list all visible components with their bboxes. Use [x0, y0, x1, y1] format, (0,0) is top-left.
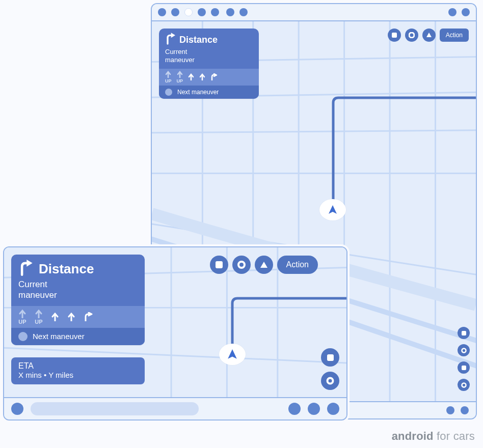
map-button-circle-icon[interactable]	[405, 29, 418, 42]
nav-dot	[446, 406, 454, 414]
navigation-card: Distance Current maneuver UP UP Next man…	[159, 29, 259, 99]
bar-dot	[11, 403, 23, 415]
svg-marker-31	[260, 262, 267, 268]
svg-point-19	[462, 348, 466, 352]
svg-rect-14	[392, 33, 397, 38]
map-side-controls	[321, 348, 339, 390]
status-dot	[158, 8, 166, 16]
map-control-square-icon[interactable]	[321, 348, 339, 367]
map-toolbar: Action	[388, 29, 469, 42]
action-button[interactable]: Action	[277, 256, 318, 274]
current-location-marker	[219, 344, 246, 365]
status-dot	[226, 8, 234, 16]
turn-right-icon	[18, 260, 33, 278]
status-dot	[462, 8, 470, 16]
distance-label: Distance	[179, 35, 218, 45]
map-control-ring-icon[interactable]	[458, 344, 470, 356]
status-dot-active	[184, 8, 193, 16]
map-control-ring-icon[interactable]	[321, 372, 339, 390]
next-maneuver-label: Next maneuver	[177, 89, 219, 96]
svg-rect-20	[462, 366, 466, 370]
svg-rect-29	[216, 261, 223, 268]
svg-point-30	[238, 262, 245, 268]
svg-point-15	[409, 33, 414, 38]
current-maneuver-label: Current maneuver	[159, 48, 259, 69]
map-button-square-icon[interactable]	[210, 256, 228, 274]
map-button-square-icon[interactable]	[388, 29, 401, 42]
bar-pill	[31, 402, 199, 415]
bar-dot	[308, 403, 320, 415]
svg-marker-32	[228, 349, 237, 359]
map-button-triangle-icon[interactable]	[422, 29, 436, 42]
svg-rect-33	[327, 354, 334, 361]
nav-dot	[461, 406, 469, 414]
status-dot	[211, 8, 219, 16]
svg-marker-17	[329, 205, 337, 214]
eta-title: ETA	[18, 361, 138, 371]
next-maneuver-row: Next maneuver	[11, 328, 145, 345]
lane-guidance: UP UP	[11, 306, 145, 328]
map-toolbar: Action	[210, 256, 318, 274]
eta-card: ETA X mins • Y miles	[11, 357, 145, 384]
map-canvas[interactable]: Action Distance Current maneuver UP	[4, 247, 346, 397]
action-button[interactable]: Action	[440, 29, 469, 42]
map-control-square-icon[interactable]	[458, 327, 470, 339]
next-maneuver-label: Next maneuver	[33, 332, 85, 341]
watermark: android for cars	[392, 430, 475, 443]
bar-dot	[288, 403, 301, 415]
next-maneuver-icon	[18, 332, 28, 341]
svg-point-34	[328, 378, 333, 384]
current-location-marker	[319, 199, 346, 220]
device-landscape: Action Distance Current maneuver UP	[3, 246, 347, 421]
map-side-controls	[458, 327, 470, 391]
next-maneuver-row: Next maneuver	[159, 86, 259, 99]
bar-dot	[327, 403, 339, 415]
status-dot	[239, 8, 248, 16]
map-button-triangle-icon[interactable]	[255, 256, 273, 274]
distance-label: Distance	[39, 261, 94, 277]
map-control-square-icon[interactable]	[458, 361, 470, 374]
navigation-card: Distance Current maneuver UP UP Next man…	[11, 255, 145, 345]
status-dot	[448, 8, 457, 16]
status-bar	[152, 4, 476, 21]
svg-point-21	[462, 383, 466, 387]
bottom-system-bar	[4, 397, 346, 419]
current-maneuver-label: Current maneuver	[11, 279, 145, 306]
status-dot	[198, 8, 206, 16]
status-dot	[171, 8, 179, 16]
lane-guidance: UP UP	[159, 69, 259, 86]
map-control-ring-icon[interactable]	[458, 379, 470, 391]
svg-rect-18	[462, 331, 466, 335]
turn-right-icon	[165, 33, 175, 47]
svg-marker-16	[426, 33, 432, 37]
eta-subtitle: X mins • Y miles	[18, 371, 138, 379]
map-button-circle-icon[interactable]	[232, 256, 251, 274]
next-maneuver-icon	[165, 89, 172, 96]
